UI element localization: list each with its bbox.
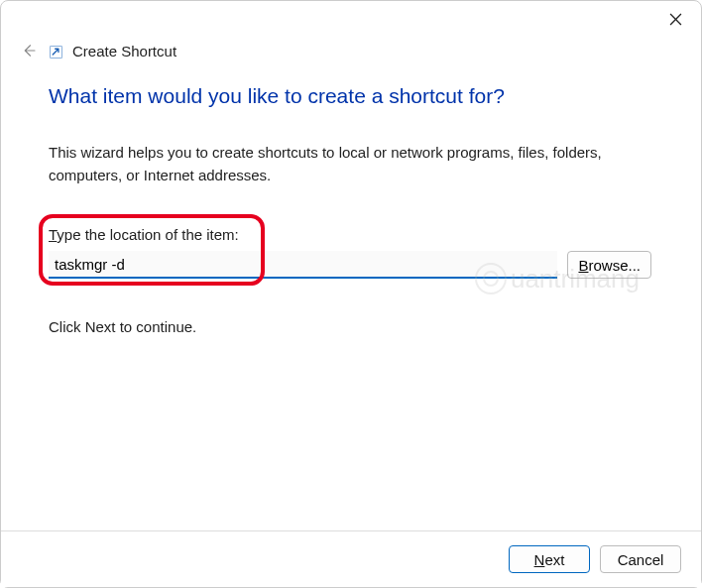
wizard-title: Create Shortcut: [72, 43, 176, 59]
browse-button[interactable]: Browse...: [567, 251, 651, 279]
location-input-group: Type the location of the item:: [49, 226, 557, 279]
next-button[interactable]: Next: [509, 545, 590, 573]
dialog-footer: Next Cancel: [1, 530, 701, 587]
wizard-description: This wizard helps you to create shortcut…: [49, 142, 651, 186]
location-input[interactable]: [49, 251, 557, 279]
close-button[interactable]: [663, 7, 687, 31]
title-bar: [1, 1, 701, 35]
close-icon: [669, 13, 682, 26]
arrow-left-icon: [20, 42, 38, 59]
cancel-button[interactable]: Cancel: [600, 545, 681, 573]
wizard-content: What item would you like to create a sho…: [1, 60, 701, 530]
continue-hint: Click Next to continue.: [49, 318, 651, 335]
create-shortcut-dialog: Create Shortcut What item would you like…: [0, 0, 702, 588]
wizard-header: Create Shortcut: [1, 35, 701, 60]
location-row: Type the location of the item: Browse...: [49, 226, 651, 279]
shortcut-icon: [49, 46, 62, 59]
location-label: Type the location of the item:: [49, 226, 557, 243]
back-button[interactable]: [19, 41, 39, 60]
page-heading: What item would you like to create a sho…: [49, 84, 651, 108]
